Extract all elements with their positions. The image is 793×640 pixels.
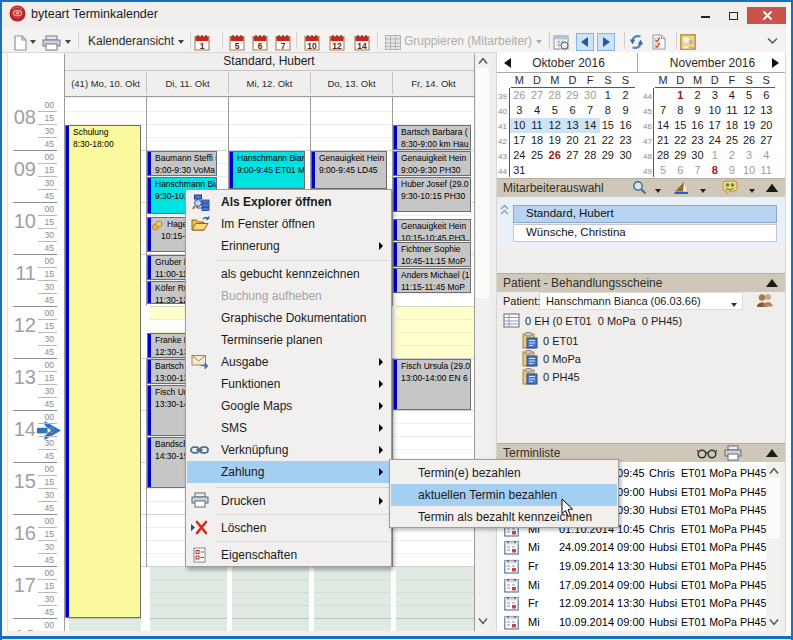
svg-text:14: 14 [357,41,367,51]
svg-text:6: 6 [258,41,263,51]
svg-text:5: 5 [235,41,240,51]
svg-text:1: 1 [200,41,205,51]
svg-text:12: 12 [332,41,342,51]
svg-text:10: 10 [307,41,317,51]
svg-text:7: 7 [281,41,286,51]
